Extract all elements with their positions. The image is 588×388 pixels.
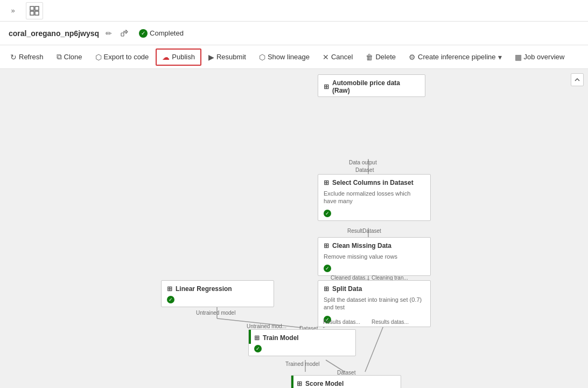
- refresh-icon: ↻: [10, 53, 17, 61]
- split-results2-label: Results datas...: [372, 319, 409, 325]
- split-data-title: Split Data: [332, 285, 362, 293]
- linear-regression-title: Linear Regression: [176, 285, 232, 293]
- clone-icon: ⧉: [57, 52, 62, 61]
- resubmit-icon: ▶: [208, 53, 214, 61]
- svg-rect-2: [30, 11, 34, 15]
- pipeline-tab-icon[interactable]: [26, 2, 43, 19]
- dataset-icon: ⊞: [324, 83, 329, 91]
- split-data-desc: Split the dataset into training set (0.7…: [318, 295, 430, 315]
- clone-button[interactable]: ⧉ Clone: [51, 48, 88, 65]
- create-inference-button[interactable]: ⚙ Create inference pipeline ▾: [403, 49, 508, 65]
- automobile-node-title: Automobile price data (Raw): [332, 79, 419, 94]
- select-columns-node[interactable]: ⊞ Select Columns in Dataset Exclude norm…: [318, 174, 431, 221]
- score-model-title: Score Model: [305, 380, 344, 387]
- svg-rect-3: [35, 11, 39, 15]
- svg-rect-4: [121, 33, 124, 36]
- top-bar: »: [0, 0, 588, 22]
- overview-icon: ▦: [515, 53, 522, 61]
- train-icon: ⊞: [254, 334, 260, 342]
- lr-status: ✓: [167, 296, 174, 303]
- train-model-status: ✓: [254, 345, 262, 352]
- show-lineage-button[interactable]: ⬡ Show lineage: [253, 49, 316, 65]
- edit-name-button[interactable]: ✏: [103, 28, 114, 39]
- inference-icon: ⚙: [409, 53, 416, 61]
- split-results1-label: Results datas...: [323, 319, 360, 325]
- clean-icon: ⊞: [324, 242, 329, 250]
- publish-icon: ☁: [162, 53, 170, 61]
- delete-button[interactable]: 🗑 Delete: [360, 49, 402, 65]
- train-model-node[interactable]: ⊞ Train Model ✓: [248, 329, 356, 356]
- status-badge: ✓ Completed: [139, 29, 184, 38]
- job-overview-button[interactable]: ▦ Job overview: [509, 49, 571, 65]
- status-check-icon: ✓: [139, 29, 148, 38]
- title-bar: coral_oregano_np6jwysq ✏ ✓ Completed: [0, 22, 588, 45]
- expand-icon[interactable]: »: [4, 2, 22, 19]
- clean-missing-node[interactable]: ⊞ Clean Missing Data Remove missing valu…: [318, 237, 431, 276]
- select-columns-title: Select Columns in Dataset: [332, 179, 414, 186]
- share-button[interactable]: [118, 29, 130, 38]
- cancel-button[interactable]: ✕ Cancel: [317, 49, 359, 65]
- train-trained-label: Trained model: [285, 361, 320, 367]
- collapse-button[interactable]: [571, 73, 584, 86]
- select-columns-status: ✓: [324, 210, 331, 217]
- clean-missing-title: Clean Missing Data: [332, 242, 391, 250]
- score-icon: ⊞: [297, 380, 302, 387]
- toolbar: ↻ Refresh ⧉ Clone ⬡ Export to code ☁ Pub…: [0, 45, 588, 69]
- publish-button[interactable]: ☁ Publish: [156, 48, 201, 66]
- job-name: coral_oregano_np6jwysq: [9, 29, 99, 38]
- train-untrained-label: Untrained mod...: [247, 323, 286, 329]
- clean-missing-status: ✓: [324, 265, 331, 272]
- cancel-icon: ✕: [323, 53, 329, 61]
- linear-regression-node[interactable]: ⊞ Linear Regression ✓: [161, 280, 274, 307]
- automobile-node[interactable]: ⊞ Automobile price data (Raw): [318, 74, 425, 97]
- lr-untrained-label: Untrained model: [196, 310, 235, 316]
- automobile-dataset-label: Dataset: [355, 167, 374, 173]
- refresh-button[interactable]: ↻ Refresh: [4, 49, 50, 65]
- svg-rect-0: [30, 6, 34, 10]
- chevron-down-icon: ▾: [498, 53, 502, 61]
- lineage-icon: ⬡: [259, 53, 265, 61]
- score-model-node[interactable]: ⊞ Score Model ✓: [291, 375, 401, 388]
- svg-rect-1: [35, 6, 39, 10]
- select-columns-desc: Exclude normalized losses which have man…: [318, 189, 430, 209]
- automobile-data-output-label: Data output: [349, 160, 377, 165]
- select-result-label: ResultDataset: [347, 228, 381, 234]
- resubmit-button[interactable]: ▶ Resubmit: [202, 49, 252, 65]
- lr-icon: ⊞: [167, 285, 172, 293]
- delete-icon: 🗑: [366, 53, 373, 61]
- export-to-code-button[interactable]: ⬡ Export to code: [89, 49, 155, 65]
- canvas-area: ⊞ Automobile price data (Raw) Data outpu…: [0, 69, 588, 388]
- export-icon: ⬡: [95, 53, 102, 61]
- clean-missing-desc: Remove missing value rows: [318, 252, 430, 264]
- select-icon: ⊞: [324, 179, 329, 186]
- status-label: Completed: [150, 29, 184, 37]
- train-model-title: Train Model: [263, 334, 299, 342]
- split-icon: ⊞: [324, 285, 329, 293]
